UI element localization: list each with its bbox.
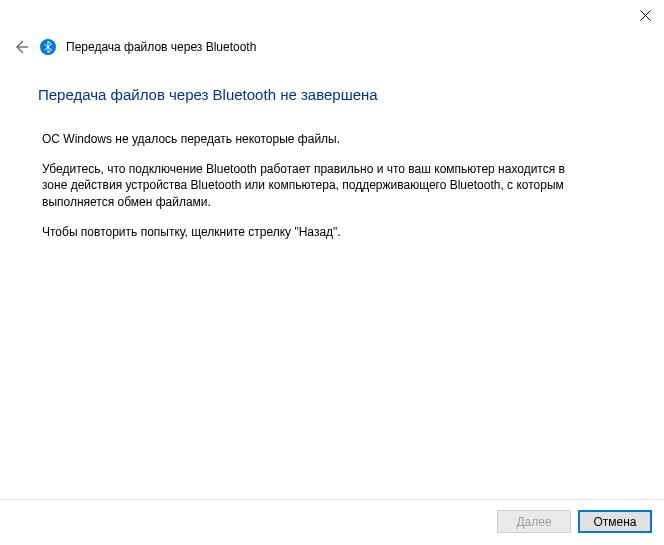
cancel-button[interactable]: Отмена [578,510,652,533]
close-icon [640,10,651,21]
error-line-3: Чтобы повторить попытку, щелкните стрелк… [42,224,582,240]
content-area: Передача файлов через Bluetooth не завер… [38,86,626,254]
arrow-left-icon [13,39,29,55]
footer-bar: Далее Отмена [0,499,664,533]
bluetooth-icon [40,39,56,55]
back-button[interactable] [12,38,30,56]
error-line-1: ОС Windows не удалось передать некоторые… [42,131,582,147]
body-text: ОС Windows не удалось передать некоторые… [42,131,626,240]
header-row: Передача файлов через Bluetooth [12,38,256,56]
next-button: Далее [497,510,571,533]
window-title: Передача файлов через Bluetooth [66,40,256,54]
close-button[interactable] [638,8,652,22]
main-heading: Передача файлов через Bluetooth не завер… [38,86,626,103]
error-line-2: Убедитесь, что подключение Bluetooth раб… [42,161,582,210]
